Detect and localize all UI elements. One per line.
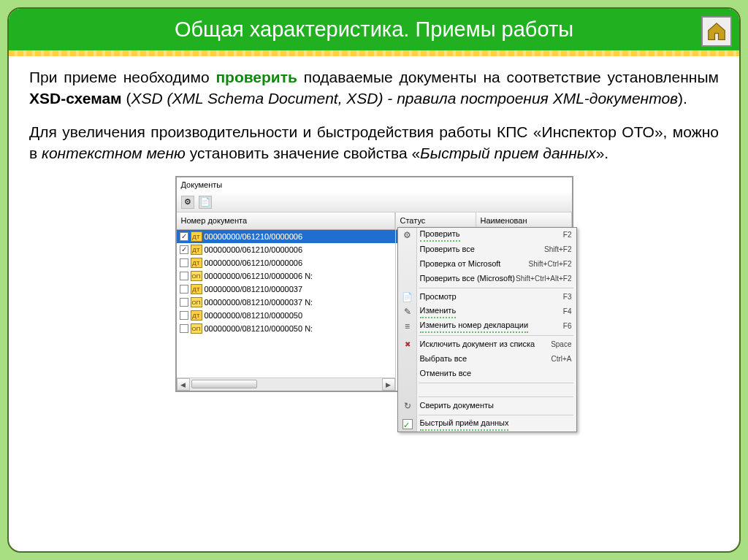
row-checkbox[interactable] — [180, 272, 188, 280]
scrollbar-horizontal[interactable]: ◀▶ — [177, 377, 395, 391]
doc-type-icon: ДТ — [191, 245, 202, 255]
table-row[interactable]: ОП00000000/081210/0000050 N: — [177, 322, 395, 335]
menu-item-label: Просмотр — [420, 291, 457, 302]
excl-icon — [401, 338, 414, 351]
gear-icon[interactable]: ⚙ — [181, 196, 194, 209]
toolbar: ⚙ 📄 — [177, 193, 572, 212]
doc-type-icon: ОП — [191, 323, 202, 334]
menu-item[interactable]: Быстрый приём данных — [398, 417, 576, 431]
context-menu: ПроверитьF2Проверить всеShift+F2Проверка… — [397, 227, 577, 432]
doc-icon[interactable]: 📄 — [199, 196, 212, 209]
menu-item-label: Проверить все (Microsoft) — [420, 273, 515, 284]
edit-icon — [401, 305, 414, 318]
gear-icon — [401, 229, 414, 242]
reload-icon — [401, 399, 414, 413]
doc-type-icon: ДТ — [191, 258, 202, 268]
app-screenshot: Документы ⚙ 📄 Номер документа ✓ДТ0000000… — [175, 176, 573, 393]
menu-shortcut: F3 — [563, 292, 572, 302]
doc-number: 00000000/081210/0000050 N: — [205, 323, 313, 334]
table-row[interactable]: ДТ00000000/081210/0000050 — [177, 309, 395, 322]
menu-item-label: Проверить все — [420, 244, 475, 255]
doc-number: 00000000/061210/0000006 — [205, 258, 303, 269]
menu-item-label: Проверка от Microsoft — [420, 258, 501, 269]
menu-shortcut: F2 — [563, 230, 572, 240]
row-checkbox[interactable] — [180, 311, 188, 320]
doc-type-icon: ОП — [191, 297, 202, 307]
table-row[interactable]: ДТ00000000/081210/0000037 — [177, 283, 395, 296]
menu-shortcut: Shift+F2 — [544, 245, 572, 255]
menu-item[interactable]: Изменить номер декларацииF6 — [398, 319, 576, 334]
menu-item[interactable]: Проверить всеShift+F2 — [398, 242, 576, 257]
menu-item[interactable]: ПроверитьF2 — [398, 228, 576, 242]
paragraph-2: Для увеличения производительности и быст… — [29, 121, 719, 164]
menu-item-label: Сверить документы — [420, 400, 494, 411]
menu-shortcut: Shift+Ctrl+Alt+F2 — [516, 274, 571, 284]
menu-item[interactable]: ПросмотрF3 — [398, 290, 576, 304]
menu-shortcut: Space — [551, 340, 571, 350]
menu-item-label: Изменить — [420, 305, 457, 318]
doc-number: 00000000/061210/0000006 N: — [205, 271, 313, 282]
menu-item[interactable]: Выбрать всеCtrl+A — [398, 352, 576, 367]
menu-item-label: Выбрать все — [420, 353, 468, 364]
doc-number: 00000000/061210/0000006 — [205, 245, 303, 256]
row-checkbox[interactable]: ✓ — [180, 232, 188, 241]
doc-number: 00000000/061210/0000006 — [205, 231, 303, 242]
menu-shortcut: Shift+Ctrl+F2 — [529, 259, 572, 269]
menu-item[interactable]: ИзменитьF4 — [398, 304, 576, 319]
row-checkbox[interactable] — [180, 298, 188, 307]
panel-title: Документы — [177, 177, 572, 193]
paragraph-1: При приеме необходимо проверить подаваем… — [29, 66, 719, 110]
home-button[interactable] — [701, 16, 732, 47]
menu-shortcut: F4 — [563, 307, 572, 317]
table-row[interactable]: ✓ДТ00000000/061210/0000006 — [177, 243, 395, 256]
table-row[interactable]: ОП00000000/061210/0000006 N: — [177, 269, 395, 283]
num-icon — [401, 320, 414, 333]
table-row[interactable]: ОП00000000/081210/0000037 N: — [177, 296, 395, 309]
menu-item-label: Проверить — [420, 229, 460, 241]
doc-number: 00000000/081210/0000037 N: — [205, 297, 313, 308]
menu-item[interactable]: Сверить документы — [398, 399, 576, 413]
doc-type-icon: ДТ — [191, 231, 202, 242]
row-checkbox[interactable] — [180, 258, 188, 267]
row-checkbox[interactable] — [180, 285, 188, 294]
menu-item-label: Исключить документ из списка — [420, 339, 535, 350]
menu-item-label: Отменить все — [420, 368, 472, 379]
table-row[interactable]: ДТ00000000/061210/0000006 — [177, 256, 395, 269]
menu-item[interactable]: Проверка от MicrosoftShift+Ctrl+F2 — [398, 257, 576, 272]
menu-item-label: Быстрый приём данных — [420, 418, 509, 430]
col-number[interactable]: Номер документа — [177, 212, 395, 229]
menu-item[interactable]: Проверить все (Microsoft)Shift+Ctrl+Alt+… — [398, 272, 576, 286]
menu-item-label: Изменить номер декларации — [420, 320, 529, 332]
menu-item[interactable]: Отменить все — [398, 367, 576, 381]
doc-number: 00000000/081210/0000050 — [205, 310, 303, 321]
table-row[interactable]: ✓ДТ00000000/061210/0000006 — [177, 230, 395, 243]
check-icon — [401, 418, 414, 431]
decor-strip — [9, 50, 739, 56]
doc-type-icon: ДТ — [191, 310, 202, 321]
doc-number: 00000000/081210/0000037 — [205, 284, 303, 295]
slide-title: Общая характеристика. Приемы работы — [9, 9, 739, 50]
doc-icon — [401, 291, 414, 304]
menu-item[interactable]: Исключить документ из спискаSpace — [398, 337, 576, 352]
menu-shortcut: Ctrl+A — [551, 354, 571, 364]
row-checkbox[interactable] — [180, 324, 188, 333]
doc-type-icon: ДТ — [191, 284, 202, 294]
menu-shortcut: F6 — [563, 321, 572, 331]
row-checkbox[interactable]: ✓ — [180, 245, 188, 254]
doc-type-icon: ОП — [191, 271, 202, 281]
